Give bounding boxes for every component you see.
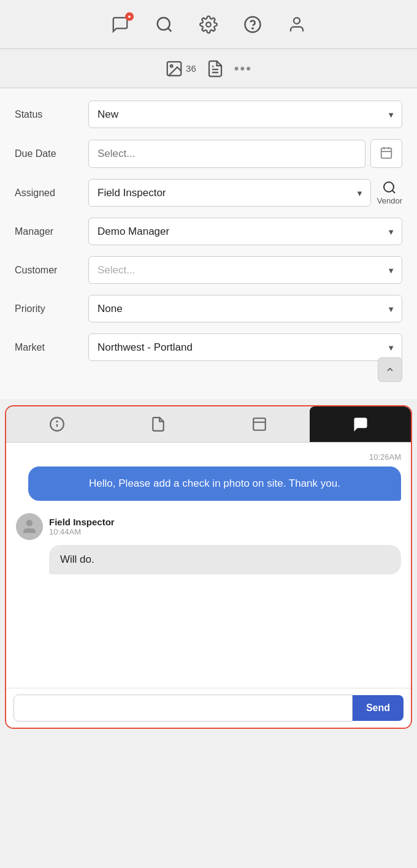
sent-timestamp: 10:26AM <box>16 452 401 462</box>
svg-point-14 <box>384 182 394 192</box>
market-row: Market Northwest - Portland ▼ <box>15 333 402 376</box>
profile-nav-icon[interactable] <box>286 13 308 36</box>
avatar <box>16 513 43 540</box>
tab-chat[interactable] <box>310 406 411 442</box>
svg-point-0 <box>158 17 170 29</box>
vendor-search-button[interactable]: Vendor <box>377 180 402 205</box>
tab-document[interactable] <box>107 406 208 442</box>
chat-badge: ● <box>125 12 134 21</box>
help-nav-icon[interactable] <box>242 13 264 36</box>
chat-area: 10:26AM Hello, Please add a check in pho… <box>6 443 411 688</box>
priority-control: None ▼ <box>88 295 402 322</box>
received-message: Field Inspector 10:44AM Will do. <box>16 513 401 574</box>
sender-name: Field Inspector <box>49 517 115 527</box>
received-message-header: Field Inspector 10:44AM <box>16 513 401 540</box>
status-label: Status <box>15 109 88 120</box>
collapse-button[interactable] <box>378 357 402 382</box>
customer-select[interactable]: Select... <box>88 256 402 284</box>
tab-info[interactable] <box>6 406 107 442</box>
svg-point-5 <box>294 17 300 23</box>
svg-point-21 <box>26 520 32 525</box>
more-toolbar-item[interactable]: ••• <box>234 61 252 77</box>
svg-rect-10 <box>381 148 392 158</box>
image-toolbar-item[interactable]: 36 <box>165 59 196 78</box>
priority-select[interactable]: None <box>88 295 402 322</box>
svg-line-1 <box>168 28 171 31</box>
doc-toolbar-item[interactable] <box>206 59 224 78</box>
status-control: New ▼ <box>88 101 402 128</box>
calendar-button[interactable] <box>370 139 402 168</box>
chat-input-bar: Send <box>6 688 411 728</box>
assigned-row: Assigned Field Inspector ▼ Vendor <box>15 179 402 207</box>
form-section: Status New ▼ Due Date <box>0 88 417 399</box>
manager-row: Manager Demo Manager ▼ <box>15 218 402 245</box>
due-date-input[interactable] <box>88 140 365 168</box>
assigned-label: Assigned <box>15 188 88 199</box>
market-select[interactable]: Northwest - Portland <box>88 333 402 361</box>
search-nav-icon[interactable] <box>153 13 175 36</box>
due-date-control <box>88 139 402 168</box>
secondary-toolbar: 36 ••• <box>0 49 417 88</box>
customer-row: Customer Select... ▼ <box>15 256 402 284</box>
due-date-label: Due Date <box>15 148 88 159</box>
vendor-label: Vendor <box>377 196 402 205</box>
market-label: Market <box>15 342 88 353</box>
sent-message-bubble: Hello, Please add a check in photo on si… <box>28 466 401 501</box>
chat-nav-icon[interactable]: ● <box>109 13 131 36</box>
tab-window[interactable] <box>208 406 310 442</box>
status-row: Status New ▼ <box>15 101 402 128</box>
svg-rect-19 <box>253 418 266 430</box>
bottom-panel: 10:26AM Hello, Please add a check in pho… <box>5 405 412 729</box>
assigned-control: Field Inspector ▼ <box>88 179 371 207</box>
customer-control: Select... ▼ <box>88 256 402 284</box>
priority-label: Priority <box>15 303 88 314</box>
tab-bar <box>6 406 411 443</box>
settings-nav-icon[interactable] <box>197 13 220 36</box>
market-control: Northwest - Portland ▼ <box>88 333 402 361</box>
top-nav: ● <box>0 0 417 49</box>
image-count: 36 <box>186 63 196 74</box>
svg-point-2 <box>206 22 211 27</box>
due-date-row: Due Date <box>15 139 402 168</box>
svg-line-15 <box>392 191 395 193</box>
assigned-select[interactable]: Field Inspector <box>88 179 371 207</box>
priority-row: Priority None ▼ <box>15 295 402 322</box>
send-button[interactable]: Send <box>353 695 404 721</box>
received-timestamp: 10:44AM <box>49 527 115 536</box>
status-select[interactable]: New <box>88 101 402 128</box>
manager-select[interactable]: Demo Manager <box>88 218 402 245</box>
svg-point-7 <box>170 64 173 67</box>
received-message-bubble: Will do. <box>49 545 401 574</box>
manager-label: Manager <box>15 226 88 237</box>
manager-control: Demo Manager ▼ <box>88 218 402 245</box>
chat-input[interactable] <box>13 695 353 721</box>
sender-info: Field Inspector 10:44AM <box>49 517 115 536</box>
customer-label: Customer <box>15 265 88 276</box>
